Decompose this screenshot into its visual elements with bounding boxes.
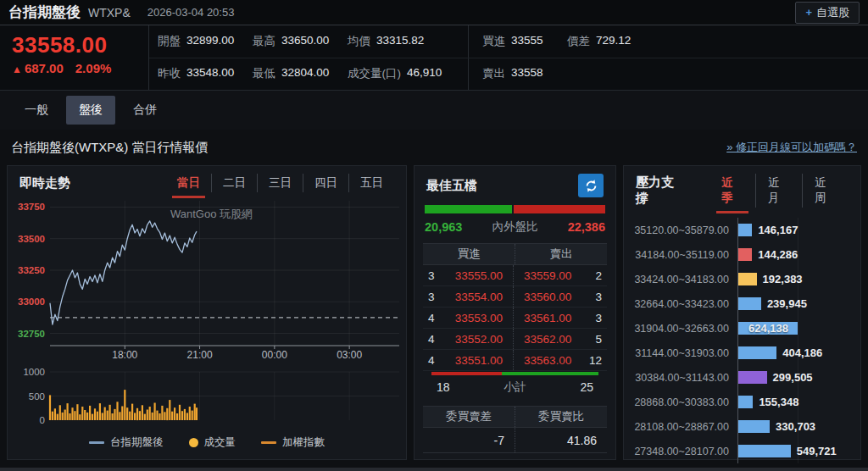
support-resistance-row: 32664.00~33423.00 239,945 [624, 291, 860, 316]
ask-price: 33559.00 [514, 269, 576, 282]
svg-text:0: 0 [40, 415, 45, 425]
ratio-value: 41.86 [515, 434, 607, 447]
sr-rows: 35120.00~35879.00 146,167 34184.00~35119… [624, 211, 860, 463]
period-tab-2day[interactable]: 二日 [211, 174, 257, 192]
support-resistance-row: 35120.00~35879.00 146,167 [624, 218, 860, 242]
watermark-text: WantGoo 玩股網 [170, 208, 253, 220]
legend-label: 成交量 [204, 435, 236, 450]
refresh-button[interactable] [578, 174, 604, 197]
support-resistance-row: 31904.00~32663.00 624,138 [624, 316, 860, 341]
support-resistance-panel: 壓力支撐 近季 近月 近周 35120.00~35879.00 146,167 … [623, 165, 861, 460]
sr-panel-title: 壓力支撐 [636, 175, 686, 207]
stat-open: 開盤32899.00 [158, 34, 253, 49]
stat-prev-close: 昨收33548.00 [158, 66, 253, 81]
volume-bar [738, 346, 776, 359]
bar-track: 330,703 [737, 414, 860, 439]
bar-track: 146,167 [737, 218, 860, 242]
period-tabs: 當日 二日 三日 四日 五日 [166, 174, 394, 192]
volume-value: 144,286 [758, 248, 798, 261]
bid-price: 33552.00 [450, 333, 513, 346]
svg-text:00:00: 00:00 [262, 349, 287, 361]
topbar: 台指期盤後 WTXP& 2026-03-04 20:53 +自選股 [0, 0, 868, 25]
price-range: 33424.00~34183.00 [624, 274, 729, 285]
bar-track: 192,383 [737, 267, 860, 291]
period-tab-today[interactable]: 當日 [166, 174, 211, 192]
sr-tab-quarter[interactable]: 近季 [709, 174, 755, 208]
sr-tab-month[interactable]: 近月 [755, 174, 802, 208]
intraday-volume-chart: 10005000 [8, 362, 406, 431]
legend-item-price[interactable]: 台指期盤後 [89, 435, 164, 450]
bid-subtotal: 18 [431, 380, 504, 394]
order-book: 買進 賣出 3 33555.00 33559.00 2 3 33554.00 3… [423, 243, 607, 398]
add-watchlist-button[interactable]: +自選股 [795, 2, 860, 24]
article-link[interactable]: » 修正回月線可以加碼嗎？ [726, 140, 857, 155]
legend-item-index[interactable]: 加權指數 [261, 435, 325, 450]
ask-volume: 3 [576, 291, 607, 303]
price-range: 32664.00~33423.00 [624, 298, 729, 310]
bid-volume: 3 [423, 291, 450, 303]
subtotal-bar-ask [502, 372, 598, 375]
ask-price: 33563.00 [514, 354, 576, 367]
quote-datetime: 2026-03-04 20:53 [147, 6, 235, 19]
inout-ratio-numbers: 20,963 內外盤比 22,386 [415, 213, 615, 238]
net-diff-header: 委買賣差 [423, 409, 515, 424]
tab-general[interactable]: 一般 [12, 96, 61, 125]
stat-bid: 買進33555 [482, 34, 567, 49]
inner-volume: 20,963 [425, 220, 492, 234]
volume-value: 404,186 [782, 346, 822, 359]
quote-summary: 33558.00 ▲687.002.09% 開盤32899.00 最高33650… [0, 25, 868, 91]
volume-bar [738, 297, 761, 310]
market-tabs: 一般 盤後 合併 [0, 91, 868, 130]
ask-price: 33562.00 [514, 333, 576, 346]
support-resistance-row: 27348.00~28107.00 549,721 [624, 439, 860, 463]
inout-ratio-bar [425, 205, 605, 213]
price-range: 31904.00~32663.00 [624, 323, 729, 335]
book-row: 3 33555.00 33559.00 2 [423, 265, 607, 286]
bar-track: 549,721 [737, 439, 860, 463]
bar-track: 144,286 [737, 242, 860, 267]
bid-price: 33553.00 [450, 312, 513, 324]
period-tab-4day[interactable]: 四日 [303, 174, 348, 192]
volume-bar [738, 420, 770, 433]
bar-track: 155,348 [737, 390, 860, 414]
order-book-header: 買進 賣出 [423, 243, 607, 265]
subtotal-label: 小計 [504, 380, 526, 395]
outer-volume: 22,386 [538, 220, 606, 234]
volume-bar [738, 445, 791, 457]
bid-price: 33555.00 [450, 269, 513, 282]
volume-bar [738, 273, 757, 285]
bid-price: 33554.00 [450, 291, 513, 303]
legend-item-volume[interactable]: 成交量 [189, 435, 236, 450]
price-range: 31144.00~31903.00 [624, 347, 729, 359]
ask-volume: 12 [576, 354, 607, 367]
volume-value: 549,721 [797, 445, 837, 457]
last-price: 33558.00 [12, 32, 148, 58]
add-watchlist-label: 自選股 [816, 6, 849, 19]
refresh-icon [584, 179, 598, 193]
stat-avg: 均價33315.82 [348, 34, 468, 49]
quote-stats: 開盤32899.00 最高33650.00 均價33315.82 買進33555… [149, 25, 868, 90]
tab-afterhours[interactable]: 盤後 [66, 96, 115, 125]
net-diff-value: -7 [423, 434, 515, 447]
chart-legend: 台指期盤後 成交量 加權指數 [8, 431, 406, 450]
volume-value: 146,167 [758, 224, 798, 236]
bid-price: 33551.00 [450, 354, 513, 367]
period-tab-3day[interactable]: 三日 [257, 174, 303, 192]
bar-track: 624,138 [737, 316, 860, 341]
subtotal-row: 18 小計 25 [431, 375, 598, 398]
divider [468, 25, 469, 58]
stat-spread: 價差729.12 [567, 34, 669, 49]
metrics-values: -7 41.86 [423, 428, 607, 453]
tab-combined[interactable]: 合併 [120, 96, 170, 125]
ask-header: 賣出 [515, 247, 607, 262]
support-resistance-row: 30384.00~31143.00 299,505 [624, 365, 860, 390]
price-range: 27348.00~28107.00 [624, 446, 729, 457]
sr-tab-week[interactable]: 近周 [802, 174, 849, 208]
price-range: 35120.00~35879.00 [624, 224, 729, 236]
volume-value: 192,383 [763, 273, 803, 285]
bottom-divider [0, 468, 868, 471]
ask-volume: 2 [576, 269, 607, 282]
intraday-chart-panel: 即時走勢 當日 二日 三日 四日 五日 33750335003325033000… [7, 165, 407, 460]
period-tab-5day[interactable]: 五日 [348, 174, 394, 192]
ask-subtotal: 25 [526, 380, 598, 394]
